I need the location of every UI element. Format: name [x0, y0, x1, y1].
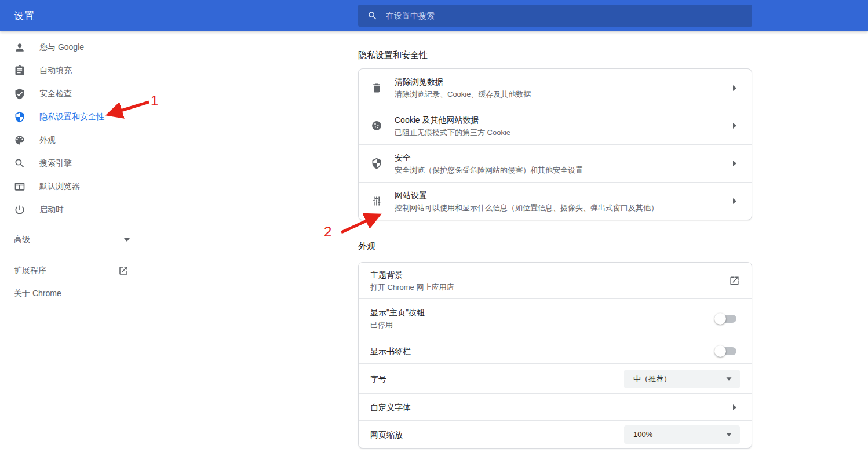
page-title: 设置	[14, 9, 35, 23]
row-text: 网站设置 控制网站可以使用和显示什么信息（如位置信息、摄像头、弹出式窗口及其他）	[395, 190, 733, 213]
row-subtitle: 安全浏览（保护您免受危险网站的侵害）和其他安全设置	[395, 165, 733, 175]
sidebar-item-label: 隐私设置和安全性	[39, 112, 104, 122]
trash-icon	[370, 82, 383, 94]
appearance-card: 主题背景 打开 Chrome 网上应用店 显示"主页"按钮 已停用 显示书签栏	[358, 262, 752, 449]
safety-check-icon	[14, 88, 25, 100]
row-title: 安全	[395, 152, 733, 163]
power-icon	[14, 204, 25, 216]
external-link-icon	[118, 265, 129, 276]
row-text: 网页缩放	[370, 429, 624, 440]
cookie-icon	[370, 119, 383, 132]
row-security[interactable]: 安全 安全浏览（保护您免受危险网站的侵害）和其他安全设置	[359, 144, 752, 182]
row-text: 字号	[370, 374, 624, 384]
row-site-settings[interactable]: 网站设置 控制网站可以使用和显示什么信息（如位置信息、摄像头、弹出式窗口及其他）	[359, 182, 752, 220]
person-icon	[14, 42, 25, 53]
toggle-knob	[714, 313, 726, 325]
header-toolbar: 设置	[0, 0, 868, 31]
sidebar-item-appearance[interactable]: 外观	[0, 129, 144, 152]
sidebar-divider	[0, 254, 144, 254]
row-title: 网页缩放	[370, 429, 624, 440]
sidebar-item-label: 您与 Google	[39, 42, 84, 53]
sidebar-advanced-expander[interactable]: 高级	[0, 226, 144, 254]
sidebar-item-about-chrome[interactable]: 关于 Chrome	[0, 282, 144, 305]
chevron-down-icon	[727, 377, 732, 380]
sidebar-item-label: 搜索引擎	[39, 158, 72, 169]
shield-icon	[370, 157, 383, 170]
page-zoom-value: 100%	[633, 430, 652, 439]
bookmarks-bar-toggle[interactable]	[717, 347, 736, 355]
appearance-section-title: 外观	[358, 241, 752, 253]
privacy-shield-icon	[14, 111, 25, 123]
row-text: 主题背景 打开 Chrome 网上应用店	[370, 269, 729, 292]
row-title: Cookie 及其他网站数据	[395, 115, 733, 125]
sidebar-item-default-browser[interactable]: 默认浏览器	[0, 175, 144, 198]
row-text: Cookie 及其他网站数据 已阻止无痕模式下的第三方 Cookie	[395, 115, 733, 137]
search-icon	[367, 10, 378, 21]
sidebar-item-search-engine[interactable]: 搜索引擎	[0, 152, 144, 175]
home-button-toggle[interactable]	[717, 315, 736, 323]
sidebar-item-extensions[interactable]: 扩展程序	[0, 259, 144, 282]
chevron-down-icon	[124, 238, 130, 242]
font-size-value: 中（推荐）	[633, 374, 671, 384]
row-text: 显示"主页"按钮 已停用	[370, 307, 717, 330]
privacy-section-title: 隐私设置和安全性	[358, 50, 752, 61]
row-text: 安全 安全浏览（保护您免受危险网站的侵害）和其他安全设置	[395, 152, 733, 175]
about-label: 关于 Chrome	[14, 289, 61, 299]
main-content: 隐私设置和安全性 清除浏览数据 清除浏览记录、Cookie、缓存及其他数据 Co…	[358, 31, 752, 449]
row-subtitle: 已停用	[370, 320, 717, 330]
sidebar-item-label: 启动时	[39, 205, 64, 215]
row-text: 自定义字体	[370, 402, 733, 413]
tune-icon	[370, 195, 383, 207]
toggle-knob	[714, 345, 726, 357]
row-title: 网站设置	[395, 190, 733, 201]
external-link-icon	[729, 275, 740, 286]
chevron-down-icon	[727, 433, 732, 436]
settings-search-box[interactable]	[358, 5, 752, 27]
row-subtitle: 清除浏览记录、Cookie、缓存及其他数据	[395, 89, 733, 99]
row-title: 自定义字体	[370, 402, 733, 413]
font-size-select[interactable]: 中（推荐）	[624, 370, 740, 388]
sidebar-item-label: 默认浏览器	[39, 181, 80, 192]
row-clear-browsing-data[interactable]: 清除浏览数据 清除浏览记录、Cookie、缓存及其他数据	[359, 69, 752, 107]
extensions-label: 扩展程序	[14, 265, 46, 276]
row-subtitle: 打开 Chrome 网上应用店	[370, 282, 729, 292]
browser-icon	[14, 181, 25, 192]
row-cookies[interactable]: Cookie 及其他网站数据 已阻止无痕模式下的第三方 Cookie	[359, 107, 752, 144]
page-zoom-select[interactable]: 100%	[624, 425, 740, 444]
chevron-right-icon	[733, 85, 736, 91]
sidebar-item-label: 安全检查	[39, 89, 72, 99]
row-title: 主题背景	[370, 269, 729, 280]
sidebar-item-autofill[interactable]: 自动填充	[0, 59, 144, 82]
sidebar-item-on-startup[interactable]: 启动时	[0, 198, 144, 221]
advanced-label: 高级	[14, 235, 30, 245]
row-title: 清除浏览数据	[395, 76, 733, 87]
row-title: 显示"主页"按钮	[370, 307, 717, 318]
annotation-number-1: 1	[151, 93, 158, 109]
search-engine-icon	[14, 158, 25, 169]
row-show-bookmarks-bar[interactable]: 显示书签栏	[359, 338, 752, 363]
sidebar-item-label: 外观	[39, 135, 56, 145]
row-text: 显示书签栏	[370, 346, 717, 356]
privacy-card: 清除浏览数据 清除浏览记录、Cookie、缓存及其他数据 Cookie 及其他网…	[358, 68, 752, 220]
row-subtitle: 控制网站可以使用和显示什么信息（如位置信息、摄像头、弹出式窗口及其他）	[395, 203, 733, 213]
palette-icon	[14, 134, 25, 146]
sidebar: 您与 Google 自动填充 安全检查 隐私设置和安全性 外观 搜索引擎	[0, 31, 144, 305]
sidebar-item-safety-check[interactable]: 安全检查	[0, 82, 144, 105]
row-title: 字号	[370, 374, 624, 384]
row-theme[interactable]: 主题背景 打开 Chrome 网上应用店	[359, 263, 752, 298]
chevron-right-icon	[733, 198, 736, 204]
chevron-right-icon	[733, 404, 736, 410]
row-customize-fonts[interactable]: 自定义字体	[359, 393, 752, 420]
row-show-home-button[interactable]: 显示"主页"按钮 已停用	[359, 298, 752, 338]
row-subtitle: 已阻止无痕模式下的第三方 Cookie	[395, 127, 733, 137]
annotation-number-2: 2	[324, 224, 331, 240]
chevron-right-icon	[733, 123, 736, 129]
sidebar-item-privacy-and-security[interactable]: 隐私设置和安全性	[0, 105, 144, 129]
autofill-icon	[14, 65, 25, 76]
row-text: 清除浏览数据 清除浏览记录、Cookie、缓存及其他数据	[395, 76, 733, 99]
sidebar-item-you-and-google[interactable]: 您与 Google	[0, 36, 144, 59]
row-font-size: 字号 中（推荐）	[359, 363, 752, 393]
search-input[interactable]	[386, 11, 710, 20]
sidebar-item-label: 自动填充	[39, 65, 72, 76]
chevron-right-icon	[733, 161, 736, 166]
